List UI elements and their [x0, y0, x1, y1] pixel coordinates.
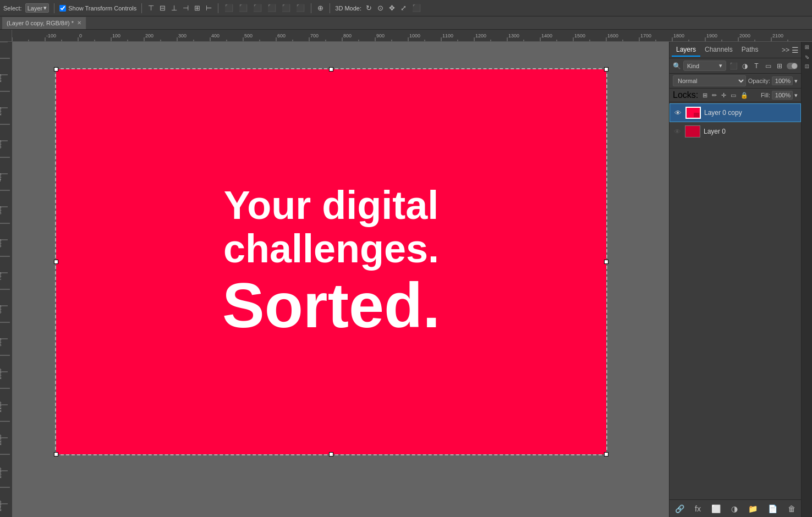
- delete-layer-icon[interactable]: 🗑: [786, 503, 798, 514]
- panel-expand-icon[interactable]: >>: [782, 46, 789, 54]
- 3d-rotate-icon[interactable]: ↻: [365, 3, 373, 13]
- mode-3d-label: 3D Mode:: [335, 5, 361, 12]
- paths-tab-label: Paths: [742, 46, 759, 53]
- svg-text:200: 200: [0, 107, 2, 116]
- fill-group: Fill: 100% ▾: [761, 91, 798, 100]
- layer-visibility-0-copy[interactable]: 👁: [673, 108, 682, 117]
- fill-input[interactable]: 100%: [772, 91, 793, 100]
- opacity-input[interactable]: 100%: [772, 76, 793, 85]
- lock-transparent-icon[interactable]: ⊞: [701, 91, 709, 100]
- tab-layers[interactable]: Layers: [672, 43, 700, 57]
- ruler-corner: [0, 30, 12, 42]
- panel-menu-icon[interactable]: ☰: [792, 46, 799, 54]
- filter-kind-select[interactable]: Kind ▾: [683, 61, 726, 71]
- distrib-vert-icon[interactable]: ⬛: [238, 3, 249, 13]
- document-tab[interactable]: (Layer 0 copy, RGB/8#) * ✕: [2, 17, 86, 29]
- filter-shape-icon[interactable]: ▭: [763, 61, 773, 71]
- align-right-icon[interactable]: ⊢: [205, 3, 213, 13]
- channels-tab-label: Channels: [705, 46, 733, 53]
- svg-text:200: 200: [145, 33, 153, 38]
- align-vert-icon[interactable]: ⊟: [158, 3, 167, 13]
- show-transform-checkbox[interactable]: Show Transform Controls: [59, 5, 136, 12]
- eye-open-icon: 👁: [674, 109, 682, 117]
- eye-closed-icon: 👁: [674, 128, 681, 136]
- svg-text:2000: 2000: [739, 33, 750, 38]
- transform-check[interactable]: [59, 5, 66, 12]
- handle-mid-left[interactable]: [54, 260, 58, 264]
- fill-chevron-icon: ▾: [794, 92, 798, 99]
- svg-text:500: 500: [0, 206, 2, 215]
- 3d-scale-icon[interactable]: ⤢: [399, 3, 408, 13]
- svg-text:1200: 1200: [0, 435, 2, 446]
- svg-text:1400: 1400: [0, 501, 2, 512]
- 3d-nav-icon[interactable]: ⊙: [376, 3, 385, 13]
- lock-image-icon[interactable]: ✏: [711, 91, 718, 100]
- layer-item-0-copy[interactable]: 👁 Layer 0 copy: [670, 103, 801, 122]
- tab-title: (Layer 0 copy, RGB/8#) *: [7, 20, 74, 26]
- handle-bottom-left[interactable]: [54, 452, 58, 457]
- filter-pixel-icon[interactable]: ⬛: [728, 61, 738, 71]
- lock-position-icon[interactable]: ✛: [720, 91, 727, 100]
- align-horiz-icon[interactable]: ⊞: [193, 3, 201, 13]
- panel-icon-1[interactable]: ⊞: [803, 44, 811, 51]
- svg-text:1600: 1600: [607, 33, 618, 38]
- handle-mid-right[interactable]: [604, 260, 608, 264]
- separator-2: [141, 3, 142, 13]
- handle-top-center[interactable]: [329, 67, 333, 72]
- new-layer-icon[interactable]: 📄: [766, 503, 780, 514]
- link-layers-icon[interactable]: 🔗: [673, 503, 687, 514]
- align-left-icon[interactable]: ⊣: [182, 3, 190, 13]
- handle-bottom-right[interactable]: [604, 452, 608, 457]
- filter-smart-icon[interactable]: ⊞: [775, 61, 784, 71]
- filter-type-icon[interactable]: T: [751, 61, 761, 71]
- distrib-bottom-icon[interactable]: ⬛: [252, 3, 263, 13]
- main-area: 100 200 300 400 500 600 700: [0, 42, 812, 517]
- lock-artboard-icon[interactable]: ▭: [729, 91, 737, 100]
- separator-5: [330, 3, 330, 13]
- layer-visibility-0[interactable]: 👁: [673, 127, 682, 136]
- align-bottom-icon[interactable]: ⊥: [170, 3, 178, 13]
- ruler-area: -100 0 100 200 300 400 500: [0, 30, 812, 42]
- svg-text:1100: 1100: [0, 402, 2, 413]
- lock-row: Locks: ⊞ ✏ ✛ ▭ 🔒 Fill: 100% ▾: [670, 89, 801, 102]
- svg-text:100: 100: [112, 33, 120, 38]
- tab-paths[interactable]: Paths: [737, 43, 763, 57]
- 3d-pan-icon[interactable]: ✥: [388, 3, 396, 13]
- handle-top-left[interactable]: [54, 67, 58, 72]
- right-panel: Layers Channels Paths >> ☰ 🔍 Kind ▾ ⬛ ◑ …: [669, 42, 801, 517]
- auto-align-icon[interactable]: ⊕: [316, 3, 325, 13]
- filter-toggle[interactable]: [787, 63, 798, 69]
- distrib-left-icon[interactable]: ⬛: [266, 3, 277, 13]
- handle-top-right[interactable]: [604, 67, 608, 72]
- handle-bottom-center[interactable]: [329, 452, 333, 457]
- opacity-label: Opacity:: [748, 78, 770, 84]
- tab-close-icon[interactable]: ✕: [77, 20, 81, 26]
- canvas-area[interactable]: Your digital challenges. Sorted.: [12, 42, 669, 517]
- layer-item-0[interactable]: 👁 Layer 0: [670, 122, 801, 141]
- tab-channels[interactable]: Channels: [700, 43, 737, 57]
- distrib-horiz-icon[interactable]: ⬛: [281, 3, 292, 13]
- svg-text:0: 0: [79, 33, 82, 38]
- lock-all-icon[interactable]: 🔒: [739, 91, 749, 100]
- blend-mode-select[interactable]: Normal: [673, 75, 746, 86]
- panel-icon-2[interactable]: ✎: [803, 53, 811, 61]
- blend-mode-row: Normal Opacity: 100% ▾: [670, 74, 801, 89]
- add-mask-icon[interactable]: ⬜: [709, 503, 723, 514]
- 3d-camera-icon[interactable]: ⬛: [411, 3, 422, 13]
- svg-text:900: 900: [0, 338, 2, 346]
- svg-text:800: 800: [0, 305, 2, 314]
- fill-value: 100%: [775, 92, 791, 98]
- distrib-top-icon[interactable]: ⬛: [223, 3, 234, 13]
- svg-text:1200: 1200: [475, 33, 486, 38]
- layer-thumb-0: [685, 125, 700, 138]
- new-fill-icon[interactable]: ◑: [729, 503, 740, 514]
- add-style-icon[interactable]: fx: [693, 503, 703, 514]
- new-group-icon[interactable]: 📁: [746, 503, 760, 514]
- align-top-icon[interactable]: ⊤: [147, 3, 155, 13]
- svg-text:1000: 1000: [409, 33, 420, 38]
- svg-text:700: 700: [0, 272, 2, 280]
- distrib-right-icon[interactable]: ⬛: [295, 3, 306, 13]
- layer-dropdown[interactable]: Layer ▾: [25, 3, 50, 13]
- panel-icon-3[interactable]: ⊟: [803, 63, 811, 70]
- filter-adjust-icon[interactable]: ◑: [740, 61, 750, 71]
